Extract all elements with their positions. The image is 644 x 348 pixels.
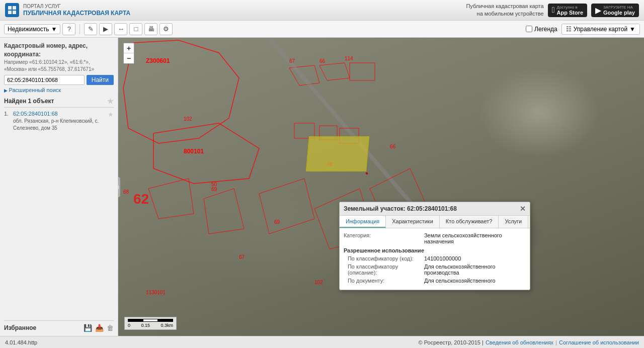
popup-close-button[interactable]: ✕ xyxy=(520,205,526,213)
tab-characteristics[interactable]: Характеристики xyxy=(386,216,440,228)
results-list: 1. 62:05:2840101:68 обл. Рязанская, р-н … xyxy=(4,111,114,215)
result-item: 1. 62:05:2840101:68 обл. Рязанская, р-н … xyxy=(4,111,114,132)
advanced-search-link[interactable]: Расширенный поиск xyxy=(4,87,114,93)
category-value: Земли сельскохозяйственного назначения xyxy=(424,232,526,244)
result-content: 62:05:2840101:68 обл. Рязанская, р-н Кле… xyxy=(13,111,106,132)
category-label: Категория: xyxy=(344,232,424,244)
realty-label: Недвижимость xyxy=(8,26,49,33)
googleplay-sublabel: ЗАГРУЗИТЕ НА xyxy=(603,5,635,10)
search-row: Найти xyxy=(4,75,114,85)
result-link[interactable]: 62:05:2840101:68 xyxy=(13,111,106,117)
tool-btn-1[interactable]: ? xyxy=(62,23,75,35)
svg-rect-1 xyxy=(13,6,16,10)
promo-text: Публичная кадастровая карта на мобильном… xyxy=(466,3,543,18)
fav-export-icon[interactable]: 💾 xyxy=(84,324,92,332)
map-area[interactable]: ◀ 62 Z3 xyxy=(118,38,644,336)
logo-icon xyxy=(5,3,19,17)
svg-rect-2 xyxy=(8,11,12,14)
search-input[interactable] xyxy=(4,75,85,85)
googleplay-label: Google play xyxy=(603,10,635,16)
appstore-sublabel: Доступно в xyxy=(556,5,583,10)
map-background xyxy=(118,38,644,336)
header: ПОРТАЛ УСЛУГ ПУБЛИЧНАЯ КАДАСТРОВАЯ КАРТА… xyxy=(0,0,644,21)
legend-checkbox[interactable]: Легенда xyxy=(526,26,557,33)
panel-toggle[interactable]: ◀ xyxy=(118,177,120,197)
tab-services[interactable]: Услуги xyxy=(499,216,528,228)
header-right: Публичная кадастровая карта на мобильном… xyxy=(466,3,639,18)
search-hint-text: Например «61:6:10104:12», «61:6:*», «Мос… xyxy=(4,59,114,73)
appstore-badge[interactable]:  Доступно в App Store xyxy=(548,4,587,17)
usage-doc-row: По документу: Для сельскохозяйственного xyxy=(344,278,526,284)
tab-who-serves[interactable]: Кто обслуживает? xyxy=(440,216,499,228)
category-row: Категория: Земли сельскохозяйственного н… xyxy=(344,232,526,244)
results-star-icon[interactable]: ★ xyxy=(107,97,114,105)
fav-delete-icon[interactable]: 🗑 xyxy=(107,324,114,332)
scale-seg-2 xyxy=(143,319,158,322)
terms-link[interactable]: Соглашение об использовании xyxy=(559,339,639,345)
favorites-label: Избранное xyxy=(4,324,80,331)
legend-label: Легенда xyxy=(534,26,557,33)
app-title: ПУБЛИЧНАЯ КАДАСТРОВАЯ КАРТА xyxy=(23,10,130,18)
svg-rect-3 xyxy=(13,11,16,14)
fav-import-icon[interactable]: 📥 xyxy=(95,324,104,332)
info-popup: Земельный участок: 62:05:2840101:68 ✕ Ин… xyxy=(339,202,530,290)
usage-doc-label: По документу: xyxy=(344,278,424,284)
search-title: Кадастровый номер, адрес, координата: xyxy=(4,42,114,59)
toolbar: Недвижимость ▼ ? ✎ ▶ ↔ □ 🖶 ⚙ Легенда ☷ У… xyxy=(0,21,644,38)
result-star-icon[interactable]: ★ xyxy=(108,111,114,132)
usage-section: Разрешенное использование xyxy=(344,247,526,253)
zoom-out-button[interactable]: − xyxy=(124,53,134,63)
search-button[interactable]: Найти xyxy=(87,75,114,85)
tool-btn-draw[interactable]: ✎ xyxy=(84,23,97,35)
toolbar-right: Легенда ☷ Управление картой ▼ xyxy=(526,24,640,35)
scale-03: 0.3km xyxy=(160,323,173,328)
copyright-text: © Росреестр, 2010-2015 | xyxy=(419,339,484,345)
map-control-label: Управление картой xyxy=(574,26,627,33)
statusbar: 4.01.484.http © Росреестр, 2010-2015 | С… xyxy=(0,336,644,348)
tool-btn-measure[interactable]: ↔ xyxy=(114,23,127,35)
logo-text: ПОРТАЛ УСЛУГ ПУБЛИЧНАЯ КАДАСТРОВАЯ КАРТА xyxy=(23,3,130,18)
favorites-section: Избранное 💾 📥 🗑 xyxy=(4,320,114,332)
legend-check-input[interactable] xyxy=(526,26,532,32)
tool-btn-settings[interactable]: ⚙ xyxy=(159,23,173,35)
left-panel: Кадастровый номер, адрес, координата: На… xyxy=(0,38,118,336)
portal-label: ПОРТАЛ УСЛУГ xyxy=(23,3,130,10)
result-num: 1. xyxy=(4,111,11,132)
map-control-btn[interactable]: ☷ Управление картой ▼ xyxy=(561,24,640,35)
map-pin: • xyxy=(365,169,368,178)
zoom-in-button[interactable]: + xyxy=(124,43,134,53)
highlighted-parcel xyxy=(306,136,369,171)
usage-desc-label: По классификатору (описание): xyxy=(344,264,424,276)
tool-btn-area[interactable]: □ xyxy=(129,23,142,35)
realty-dropdown[interactable]: Недвижимость ▼ xyxy=(4,24,60,34)
update-info-link[interactable]: Сведения об обновлениях xyxy=(486,339,553,345)
scale-0: 0 xyxy=(128,323,130,328)
map-control-arrow: ▼ xyxy=(629,26,635,33)
googleplay-badge[interactable]: ▶ ЗАГРУЗИТЕ НА Google play xyxy=(591,4,639,17)
popup-title: Земельный участок: 62:05:2840101:68 xyxy=(344,205,457,212)
popup-content: Категория: Земли сельскохозяйственного н… xyxy=(340,228,530,290)
statusbar-version: 4.01.484.http xyxy=(5,339,37,345)
result-address: обл. Рязанская, р-н Клепиковский, с. Сел… xyxy=(13,118,106,132)
appstore-label: App Store xyxy=(556,10,583,16)
scale-seg-3 xyxy=(158,319,173,322)
tool-btn-print[interactable]: 🖶 xyxy=(144,23,157,35)
usage-desc-value: Для сельскохозяйственного производства xyxy=(424,264,526,276)
scale-bar: 0 0.15 0.3km xyxy=(124,317,177,330)
map-zoom-controls: + − xyxy=(123,43,134,64)
apple-icon:  xyxy=(552,6,555,15)
statusbar-sep: | xyxy=(555,339,557,345)
usage-code-row: По классификатору (код): 141001000000 xyxy=(344,255,526,262)
statusbar-right: © Росреестр, 2010-2015 | Сведения об обн… xyxy=(419,339,639,345)
search-hint: Кадастровый номер, адрес, координата: На… xyxy=(4,42,114,73)
header-left: ПОРТАЛ УСЛУГ ПУБЛИЧНАЯ КАДАСТРОВАЯ КАРТА xyxy=(5,3,130,18)
tool-btn-select[interactable]: ▶ xyxy=(99,23,112,35)
svg-rect-0 xyxy=(8,6,12,10)
popup-tabs: Информация Характеристики Кто обслуживае… xyxy=(340,216,530,228)
usage-desc-row: По классификатору (описание): Для сельск… xyxy=(344,264,526,276)
dropdown-arrow: ▼ xyxy=(51,26,57,33)
tab-information[interactable]: Информация xyxy=(340,216,386,228)
scale-015: 0.15 xyxy=(141,323,150,328)
popup-header: Земельный участок: 62:05:2840101:68 ✕ xyxy=(340,202,530,216)
usage-doc-value: Для сельскохозяйственного xyxy=(424,278,526,284)
